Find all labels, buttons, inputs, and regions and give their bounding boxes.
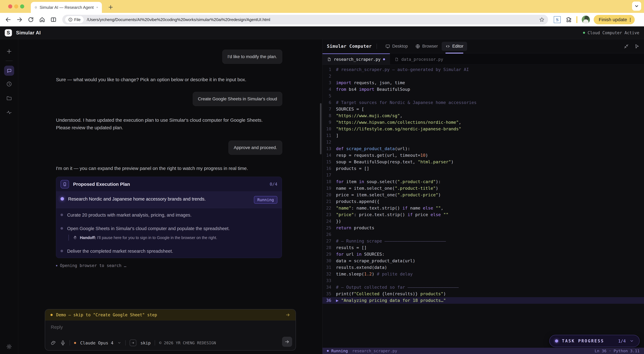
code-line-2[interactable]: 2 — [322, 73, 644, 79]
chat-message-user[interactable]: Create Google Sheets in Simular's cloud — [193, 92, 282, 106]
code-line-1[interactable]: 1# research_scraper.py — auto-generated … — [322, 66, 644, 73]
side-panel-button[interactable] — [50, 16, 56, 23]
line-number: 23 — [322, 211, 331, 218]
line-content: for url in SOURCES: — [336, 251, 384, 258]
code-line-7[interactable]: 7SOURCES = [ — [322, 106, 644, 112]
tab-desktop[interactable]: Desktop — [382, 42, 412, 51]
code-line-8[interactable]: 8"https://www.muji.com/sg", — [322, 112, 644, 119]
cursor-pointer-icon[interactable] — [634, 44, 640, 49]
sidebar-item-files[interactable] — [6, 95, 12, 101]
tab-close-icon[interactable] — [96, 5, 98, 9]
code-line-19[interactable]: 19name = item.select_one(".product-title… — [322, 185, 644, 192]
plan-journal-icon — [60, 180, 69, 188]
sidebar-item-settings[interactable] — [6, 344, 12, 350]
back-button[interactable] — [5, 16, 11, 23]
code-line-25[interactable]: 25return products — [322, 225, 644, 231]
code-line-21[interactable]: 21products.append({ — [322, 198, 644, 205]
collapse-panel-icon[interactable] — [624, 44, 629, 49]
tab-browser[interactable]: Browser — [412, 42, 442, 51]
code-line-12[interactable]: 12 — [322, 139, 644, 146]
status-dot-icon — [583, 32, 585, 34]
code-line-17[interactable]: 17 — [322, 172, 644, 178]
reload-button[interactable] — [28, 16, 34, 23]
browser-tab[interactable]: Simular AI — Research Agent — [31, 2, 102, 13]
code-line-18[interactable]: 18for item in soup.select(".product-card… — [322, 178, 644, 185]
code-line-13[interactable]: 13def scrape_product_data(url): — [322, 146, 644, 152]
code-line-32[interactable]: 32time.sleep(1.2) # polite delay — [322, 271, 644, 277]
code-line-20[interactable]: 20price = item.select_one(".product-pric… — [322, 192, 644, 198]
sidebar-item-activity[interactable] — [6, 109, 12, 115]
file-tab-data-processor[interactable]: data_processor.py — [390, 53, 448, 65]
code-line-26[interactable]: 26 — [322, 231, 644, 238]
kebab-menu-icon[interactable] — [630, 17, 631, 22]
code-line-4[interactable]: 4from bs4 import BeautifulSoup — [322, 86, 644, 93]
tab-editor[interactable]: Editor — [442, 42, 467, 51]
sidebar-item-chats[interactable] — [4, 66, 14, 76]
code-line-36[interactable]: 36▶ "Analyzing pricing data for 18 produ… — [322, 297, 644, 304]
plan-step-2[interactable]: Curate 20 products with market analysis,… — [56, 208, 282, 222]
arrow-right-icon[interactable] — [286, 313, 290, 317]
window-close-button[interactable] — [8, 4, 12, 8]
chat-message-user[interactable]: I'd like to modify the plan. — [222, 50, 282, 64]
code-line-10[interactable]: 10"https://lifestyle.com.sg/nordic-japan… — [322, 126, 644, 132]
chevron-down-icon[interactable] — [118, 341, 121, 345]
code-line-34[interactable]: 34# — Output collected so far ——————————… — [322, 284, 644, 291]
skip-shortcut-icon[interactable] — [130, 340, 136, 346]
demo-banner[interactable]: Demo — skip to "Create Google Sheet" ste… — [45, 309, 296, 320]
forward-button[interactable] — [16, 16, 23, 23]
simular-extension-icon[interactable]: S — [554, 16, 561, 23]
code-line-23[interactable]: 23"price": price.text.strip() if price e… — [322, 211, 644, 218]
new-tab-button[interactable] — [106, 3, 115, 12]
plan-step-3[interactable]: Open Google Sheets in Simular's cloud co… — [56, 222, 282, 244]
attachment-paperclip-icon[interactable] — [51, 340, 56, 346]
code-editor[interactable]: 1# research_scraper.py — auto-generated … — [322, 65, 644, 348]
model-selector[interactable]: Claude Opus 4 — [80, 341, 113, 345]
code-line-31[interactable]: 31results.extend(data) — [322, 264, 644, 271]
plan-step-4[interactable]: Deliver the completed market research sp… — [56, 244, 282, 258]
code-line-15[interactable]: 15soup = BeautifulSoup(resp.text, "html.… — [322, 159, 644, 165]
file-scheme-chip[interactable]: File — [65, 16, 84, 23]
code-line-6[interactable]: 6# Target sources for Nordic & Japanese … — [322, 99, 644, 106]
plan-step-1[interactable]: Research Nordic and Japanese home access… — [56, 192, 282, 208]
reply-input[interactable] — [51, 325, 271, 337]
tab-search-chevron-button[interactable] — [632, 1, 641, 11]
code-line-28[interactable]: 28results = [] — [322, 244, 644, 251]
divider — [155, 340, 155, 346]
file-tab-research-scraper[interactable]: research_scraper.py — [322, 53, 390, 65]
line-content: # Target sources for Nordic & Japanese h… — [336, 99, 476, 106]
finish-update-button[interactable]: Finish update — [594, 15, 635, 24]
chat-column: I'd like to modify the plan.Sure — what … — [18, 39, 322, 354]
bookmark-star-icon[interactable] — [539, 17, 545, 22]
code-line-33[interactable]: 33 — [322, 277, 644, 284]
microphone-icon[interactable] — [60, 340, 66, 346]
execution-plan-card: Proposed Execution Plan 0/4 Research Nor… — [56, 177, 282, 258]
sidebar-item-history[interactable] — [6, 81, 12, 87]
gear-icon — [6, 344, 12, 350]
skip-label[interactable]: skip — [140, 341, 150, 345]
code-line-24[interactable]: 24}) — [322, 218, 644, 225]
home-button[interactable] — [39, 16, 45, 23]
chat-message-user[interactable]: Approve and proceed. — [228, 141, 282, 155]
chevron-down-icon[interactable] — [630, 339, 634, 343]
code-line-29[interactable]: 29for url in SOURCES: — [322, 251, 644, 258]
code-line-3[interactable]: 3import requests, json, time — [322, 79, 644, 86]
code-line-27[interactable]: 27# — Running scrape ———————————————————… — [322, 238, 644, 244]
code-line-11[interactable]: 11] — [322, 132, 644, 139]
code-line-5[interactable]: 5 — [322, 93, 644, 99]
code-line-35[interactable]: 35print(f"Collected {len(results)} produ… — [322, 291, 644, 297]
address-bar[interactable]: File /Users/yrcheng/Documents/AI%20vibe%… — [62, 15, 548, 24]
task-progress-pill[interactable]: TASK PROGRESS 1/4 — [549, 335, 640, 347]
extensions-puzzle-icon[interactable] — [566, 16, 572, 23]
new-chat-button[interactable] — [6, 48, 12, 55]
code-line-22[interactable]: 22"name": name.text.strip() if name else… — [322, 205, 644, 211]
code-line-14[interactable]: 14resp = requests.get(url, timeout=10) — [322, 152, 644, 159]
window-minimize-button[interactable] — [14, 4, 18, 8]
folder-icon — [6, 95, 12, 101]
code-line-16[interactable]: 16products = [] — [322, 165, 644, 172]
profile-avatar[interactable] — [582, 15, 590, 24]
window-zoom-button[interactable] — [20, 4, 24, 8]
code-line-9[interactable]: 9"https://www.hipvan.com/collections/nor… — [322, 119, 644, 126]
send-button[interactable] — [282, 337, 292, 347]
code-line-30[interactable]: 30data = scrape_product_data(url) — [322, 258, 644, 264]
chat-scrollbar[interactable] — [320, 103, 322, 154]
